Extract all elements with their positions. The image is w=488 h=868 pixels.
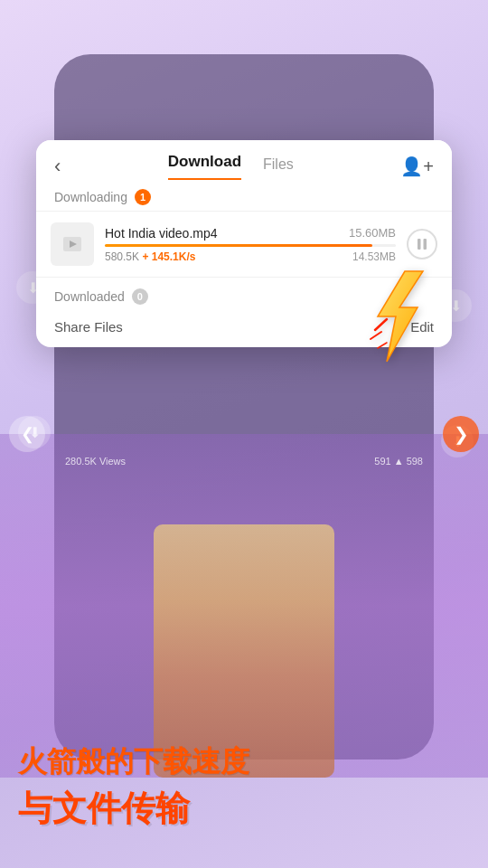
downloaded-badge: 0 — [132, 288, 148, 305]
header-tabs: Download Files — [168, 153, 294, 180]
prev-arrow[interactable]: ❮ — [9, 416, 45, 452]
next-arrow[interactable]: ❯ — [443, 416, 479, 452]
item-bottom-row: 580.5K + 145.1K/s 14.53MB — [105, 250, 396, 263]
downloading-badge: 1 — [135, 189, 151, 205]
text-line1: 火箭般的下载速度 — [18, 742, 470, 782]
downloading-section-header: Downloading 1 — [36, 180, 452, 211]
downloading-label: Downloading — [54, 190, 127, 204]
progress-bar-fill — [105, 244, 372, 247]
downloaded-label: Downloaded — [54, 289, 125, 304]
item-size-total: 15.60MB — [349, 226, 396, 240]
item-top-row: Hot India video.mp4 15.60MB — [105, 226, 396, 241]
progress-bar-wrap — [105, 244, 396, 247]
speed-delta: + 145.1K/s — [142, 250, 195, 263]
svg-line-3 — [378, 343, 387, 348]
svg-rect-6 — [418, 239, 421, 250]
pause-button[interactable] — [407, 229, 437, 259]
item-size-done: 14.53MB — [352, 250, 396, 263]
svg-marker-0 — [378, 271, 423, 362]
tab-files[interactable]: Files — [263, 156, 294, 180]
add-user-button[interactable]: 👤+ — [400, 156, 434, 177]
video-thumbnail — [51, 222, 94, 266]
item-speed: 580.5K + 145.1K/s — [105, 250, 195, 263]
svg-line-1 — [375, 319, 387, 330]
share-files-button[interactable]: Share Files — [54, 319, 123, 335]
tab-download[interactable]: Download — [168, 153, 241, 180]
back-button[interactable]: ‹ — [54, 155, 61, 178]
bottom-text: 火箭般的下载速度 与文件传输 — [0, 742, 488, 832]
video-stat-views: 280.5K Views — [65, 456, 126, 467]
item-filename: Hot India video.mp4 — [105, 226, 218, 241]
text-line2: 与文件传输 — [18, 786, 470, 832]
video-stat-likes: 591 ▲ 598 — [374, 456, 423, 467]
svg-rect-7 — [424, 239, 427, 250]
video-info-bar: 280.5K Views 591 ▲ 598 — [54, 450, 434, 472]
video-bg — [0, 434, 488, 778]
svg-line-2 — [371, 332, 381, 339]
card-header: ‹ Download Files 👤+ — [36, 140, 452, 180]
item-info: Hot India video.mp4 15.60MB 580.5K + 145… — [105, 226, 396, 263]
lightning-icon — [361, 267, 434, 366]
